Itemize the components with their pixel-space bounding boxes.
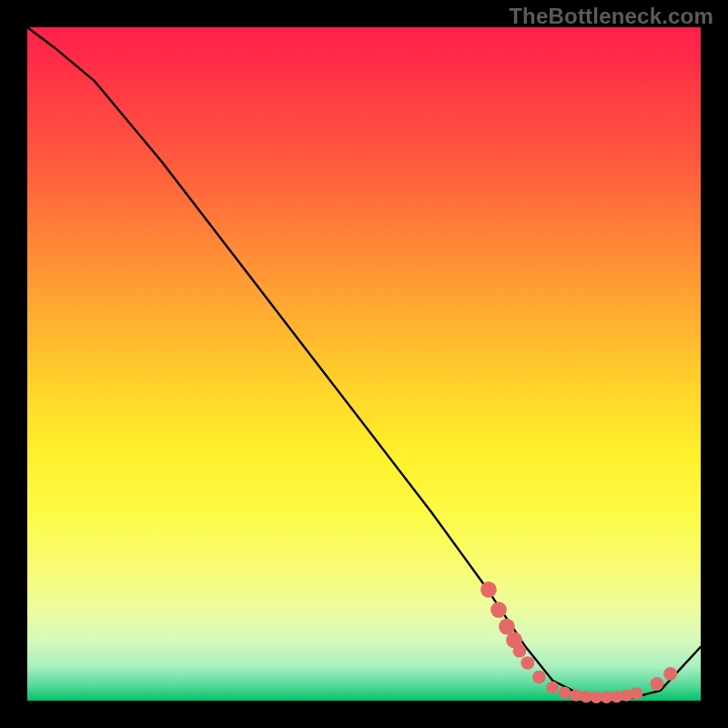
chart-frame: TheBottleneck.com [0, 0, 728, 728]
marker-dot [631, 687, 642, 699]
curve-markers [480, 581, 677, 703]
marker-dot [547, 682, 559, 693]
marker-dot [521, 656, 534, 670]
curve-line [27, 27, 701, 697]
marker-dot [513, 644, 527, 658]
marker-dot [480, 581, 497, 598]
plot-area [27, 27, 701, 701]
marker-dot [651, 677, 664, 691]
marker-dot [532, 671, 546, 684]
marker-dot [490, 602, 507, 618]
marker-dot [559, 686, 571, 698]
marker-dot [621, 689, 632, 701]
chart-svg [27, 27, 701, 701]
marker-dot [663, 667, 677, 681]
watermark-text: TheBottleneck.com [509, 4, 713, 29]
